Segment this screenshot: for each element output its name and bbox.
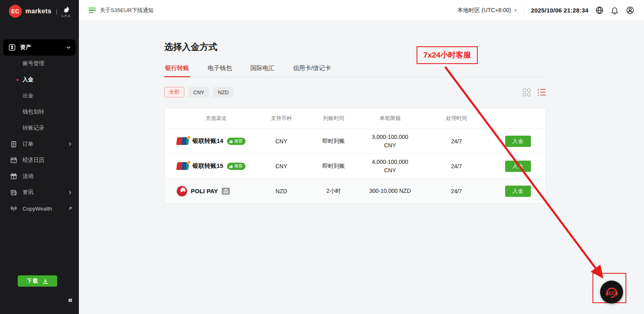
limit-amount: 3,000-100,000: [358, 133, 422, 141]
channel-name: 银联转账15: [192, 162, 223, 170]
processing-cell: 24/7: [422, 163, 491, 169]
list-view-icon[interactable]: [538, 89, 546, 96]
support-annotation-label: 7x24小时客服: [423, 50, 471, 60]
sidebar-item-assets[interactable]: 资产: [3, 39, 76, 56]
sidebar-item-label: 钱包划转: [23, 108, 44, 116]
notification-dot: [187, 161, 191, 164]
badge-label: 推荐: [234, 138, 243, 144]
topbar-divider: [524, 6, 524, 14]
notification-bell-icon[interactable]: [610, 6, 619, 15]
svg-text:EC: EC: [608, 290, 615, 296]
table-row: 银联转账14 推荐 CNY 即时到账 3,000-100,000 CNY 24/…: [165, 128, 545, 153]
thumb-up-icon: [229, 139, 233, 143]
sidebar-item-transfer-history[interactable]: 转账记录: [0, 120, 79, 136]
deposit-method-tabs: 银行转账 电子钱包 国际电汇 信用卡/借记卡: [164, 60, 546, 77]
clipboard-icon: [10, 140, 18, 148]
customer-service-chat-button[interactable]: EC: [600, 281, 623, 304]
thumb-up-icon: [229, 164, 233, 168]
badge-label: 推荐: [234, 163, 243, 169]
download-button[interactable]: 下载: [18, 275, 57, 287]
limit-cell: 300-10,000 NZD: [358, 187, 422, 195]
arrival-cell: 即时到账: [310, 138, 358, 145]
channel-cell: 银联转账15 推荐: [165, 162, 253, 170]
filter-chip-nzd[interactable]: NZD: [213, 87, 233, 97]
dollar-icon: [8, 43, 16, 52]
sidebar-item-label: 入金: [23, 76, 33, 83]
account-avatar-icon[interactable]: [625, 6, 634, 15]
deposit-channels-table: 充值渠道 支持币种 到账时间 单笔限额 处理时间 银联转账14 推荐 CNY 即…: [164, 108, 546, 204]
table-header-row: 充值渠道 支持币种 到账时间 单笔限额 处理时间: [165, 108, 545, 128]
processing-cell: 24/7: [422, 138, 491, 145]
arrival-cell: 2小时: [310, 188, 358, 195]
limit-amount: 300-10,000 NZD: [358, 187, 422, 195]
sidebar-collapse-button[interactable]: «: [68, 295, 72, 304]
announcement-text: 关于S35EUR下线通知: [100, 7, 154, 14]
sidebar-item-label: 经济日历: [23, 157, 72, 164]
limit-currency: CNY: [358, 166, 422, 175]
sidebar-item-label: 转账记录: [23, 124, 44, 132]
currency-cell: NZD: [253, 188, 310, 194]
lfc-emblem: L.F.C.: [62, 6, 72, 17]
channel-cell: POLI PAY: [165, 186, 253, 196]
sidebar-item-withdraw[interactable]: 出金: [0, 88, 79, 104]
grid-view-icon[interactable]: [523, 89, 530, 96]
download-icon: [42, 278, 48, 284]
column-header-limit: 单笔限额: [358, 115, 422, 122]
channel-name: 银联转账14: [192, 137, 223, 145]
filter-chip-cny[interactable]: CNY: [188, 87, 209, 97]
liver-bird-icon: [62, 6, 71, 14]
sidebar-item-label: 活动: [23, 173, 72, 180]
lfc-label: L.F.C.: [62, 14, 72, 17]
sidebar-item-activities[interactable]: 活动: [0, 168, 79, 184]
currency-cell: CNY: [253, 138, 310, 145]
sidebar-item-deposit[interactable]: 入金: [0, 72, 79, 88]
timezone-selector[interactable]: 本地时区 (UTC+8:00) ▼: [458, 7, 518, 14]
calendar-icon: [10, 156, 18, 164]
support-annotation-box: 7x24小时客服: [417, 46, 478, 64]
external-link-icon: [68, 206, 72, 211]
language-globe-icon[interactable]: [595, 6, 604, 15]
announcement-icon: [89, 8, 96, 13]
chevron-right-icon: [68, 142, 72, 147]
sidebar-item-wallet-transfer[interactable]: 钱包划转: [0, 104, 79, 120]
logo-divider: |: [56, 8, 58, 15]
timezone-label: 本地时区 (UTC+8:00): [458, 7, 511, 14]
sidebar-item-economic-calendar[interactable]: 经济日历: [0, 152, 79, 168]
recommended-badge: 推荐: [227, 138, 246, 145]
sidebar-item-account-management[interactable]: 账号管理: [0, 56, 79, 72]
currency-cell: CNY: [253, 163, 310, 169]
main-content: 选择入金方式 银行转账 电子钱包 国际电汇 信用卡/借记卡 全部 CNY NZD…: [79, 21, 644, 314]
sidebar-item-orders[interactable]: 订单: [0, 136, 79, 152]
chevron-down-icon: ▼: [514, 8, 518, 12]
sidebar-item-label: 订单: [23, 140, 63, 148]
sidebar-item-copywealth[interactable]: CopyWealth: [0, 200, 79, 217]
page-title: 选择入金方式: [164, 41, 644, 53]
sidebar-item-news[interactable]: 资讯: [0, 184, 79, 200]
tab-bank-transfer[interactable]: 银行转账: [164, 60, 190, 77]
processing-cell: 24/7: [422, 188, 491, 194]
deposit-button[interactable]: 入金: [505, 136, 531, 147]
table-row: 银联转账15 推荐 CNY 即时到账 4,000-100,000 CNY 24/…: [165, 153, 545, 178]
deposit-button[interactable]: 入金: [505, 161, 531, 172]
sidebar-item-label: CopyWealth: [23, 206, 63, 212]
sidebar-item-label: 资讯: [23, 189, 63, 196]
sidebar: EC markets | L.F.C. 资产 账号管理 入金 出金 钱包划转 转…: [0, 0, 79, 314]
column-header-channel: 充值渠道: [165, 115, 253, 122]
tab-e-wallet[interactable]: 电子钱包: [207, 60, 233, 77]
brand-logo: EC markets | L.F.C.: [0, 0, 79, 23]
column-header-currency: 支持币种: [253, 115, 310, 122]
channel-cell: 银联转账14 推荐: [165, 137, 253, 145]
download-label: 下载: [27, 277, 39, 285]
chevron-down-icon: [66, 45, 71, 50]
broadcast-icon: [10, 205, 18, 213]
sidebar-sub-menu: 账号管理 入金 出金 钱包划转 转账记录: [0, 56, 79, 136]
announcement-link[interactable]: 关于S35EUR下线通知: [89, 7, 154, 14]
filter-chip-all[interactable]: 全部: [164, 87, 184, 97]
tab-international-wire[interactable]: 国际电汇: [250, 60, 275, 77]
gift-icon: [10, 172, 18, 180]
limit-cell: 4,000-100,000 CNY: [358, 158, 422, 175]
sidebar-item-label: 账号管理: [23, 60, 44, 67]
deposit-button[interactable]: 入金: [505, 186, 531, 197]
tab-credit-debit-card[interactable]: 信用卡/借记卡: [292, 60, 332, 77]
unionpay-icon: [177, 137, 189, 145]
